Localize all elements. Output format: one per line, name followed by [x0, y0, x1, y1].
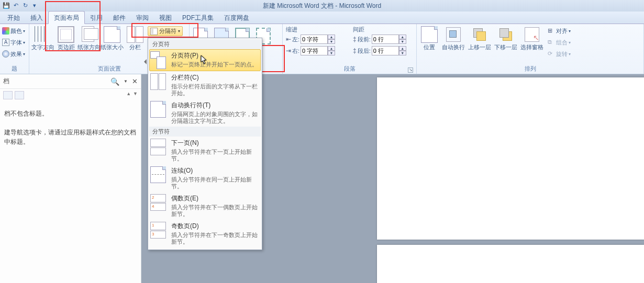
undo-icon[interactable]: ↶	[12, 1, 20, 9]
odd-page-break-icon: 13	[150, 222, 168, 240]
dd-section-page-breaks: 分页符	[149, 39, 261, 49]
text-direction-button[interactable]: 文字方向	[31, 25, 54, 52]
dd-item-title: 自动换行符(T)	[171, 101, 260, 110]
spin-down-icon[interactable]: ▼	[399, 51, 406, 55]
nav-message-2: 建导航选项卡，请通过应用标题样式在您的文档中标题。	[0, 126, 141, 154]
orientation-button[interactable]: 纸张方向	[77, 25, 101, 52]
tab-view[interactable]: 视图	[154, 12, 177, 24]
selection-pane-button[interactable]: ↖选择窗格	[519, 25, 545, 52]
columns-label: 分栏	[129, 44, 141, 51]
dd-item-odd-page[interactable]: 13 奇数页(D)插入分节符并在下一奇数页上开始新节。	[149, 220, 261, 247]
spin-up-icon[interactable]: ▲	[399, 35, 406, 39]
spacing-header: 间距	[353, 26, 364, 33]
nav-tabs: ▲ ▼	[0, 89, 141, 101]
theme-effects-label: 效果	[10, 50, 22, 58]
nav-down-icon[interactable]: ▼	[133, 91, 138, 99]
close-icon[interactable]: ✕	[132, 77, 138, 85]
breaks-button[interactable]: 分隔符 ▾	[148, 26, 183, 36]
page-break-icon	[150, 51, 168, 69]
rotate-button[interactable]: ⟳旋转▾	[548, 48, 571, 60]
spacing-before-input[interactable]	[372, 35, 399, 44]
tab-reference[interactable]: 引用	[85, 12, 108, 24]
nav-up-icon[interactable]: ▲	[126, 91, 131, 99]
indent-header: 缩进	[286, 26, 297, 33]
spacing-before-label: 段前:	[358, 36, 371, 43]
theme-effects-button[interactable]: 效果▾	[2, 48, 25, 60]
dd-item-next-page[interactable]: 下一页(N)插入分节符并在下一页上开始新节。	[149, 137, 261, 164]
redo-icon[interactable]: ↻	[21, 1, 29, 9]
tab-review[interactable]: 审阅	[131, 12, 154, 24]
group-arrange: 位置 自动换行 上移一层 下移一层 ↖选择窗格 ⊞对齐▾ ⧉组合▾ ⟳旋转▾ 排…	[417, 24, 644, 74]
spacing-after-input[interactable]	[372, 46, 399, 55]
chevron-down-icon: ▾	[178, 29, 180, 33]
group-button[interactable]: ⧉组合▾	[548, 37, 571, 48]
ribbon-tabs: 开始 插入 页面布局 引用 邮件 审阅 视图 PDF工具集 百度网盘	[0, 12, 644, 24]
tab-mail[interactable]: 邮件	[108, 12, 131, 24]
nav-tab-pages[interactable]	[15, 91, 24, 99]
selection-pane-label: 选择窗格	[520, 44, 543, 51]
position-button[interactable]: 位置	[419, 25, 440, 52]
spin-down-icon[interactable]: ▼	[399, 39, 406, 44]
indent-right-input[interactable]	[301, 46, 328, 55]
tab-baidu[interactable]: 百度网盘	[219, 12, 254, 24]
wrap-text-icon	[445, 26, 462, 43]
dd-item-desc: 分隔网页上的对象周围的文字，如分隔题注文字与正文。	[171, 111, 260, 124]
dd-item-even-page[interactable]: 24 偶数页(E)插入分节符并在下一偶数页上开始新节。	[149, 192, 261, 220]
spin-up-icon[interactable]: ▲	[328, 46, 335, 51]
size-button[interactable]: 纸张大小	[101, 25, 124, 52]
margins-button[interactable]: 页边距	[54, 25, 77, 52]
tab-pdf[interactable]: PDF工具集	[177, 12, 219, 24]
spacing-after-icon: ‡	[353, 47, 357, 54]
spin-up-icon[interactable]: ▲	[399, 46, 406, 51]
bring-forward-icon	[471, 26, 488, 43]
spin-up-icon[interactable]: ▲	[328, 35, 335, 39]
group-paragraph-label: 段落↘	[285, 65, 414, 74]
dd-item-desc: 插入分节符并在同一页上开始新节。	[171, 176, 260, 190]
size-label: 纸张大小	[101, 44, 124, 51]
dd-item-title: 连续(O)	[171, 166, 260, 175]
nav-tab-headings[interactable]	[3, 91, 13, 99]
indent-left-input[interactable]	[301, 35, 328, 44]
size-icon	[104, 26, 120, 43]
tab-start[interactable]: 开始	[2, 12, 25, 24]
nav-search-placeholder: 档	[3, 77, 9, 86]
page-1[interactable]	[377, 77, 644, 240]
align-button[interactable]: ⊞对齐▾	[548, 25, 571, 37]
tab-page-layout[interactable]: 页面布局	[48, 11, 85, 24]
spin-down-icon[interactable]: ▼	[328, 51, 335, 55]
page-2[interactable]	[377, 245, 644, 283]
theme-colors-button[interactable]: 颜色▾	[2, 25, 25, 37]
bring-forward-button[interactable]: 上移一层	[467, 25, 492, 52]
dd-item-desc: 指示分栏符后面的文字将从下一栏开始。	[171, 83, 260, 97]
group-arrange-label: 排列	[419, 65, 641, 74]
breaks-dropdown: 分页符 分页符(P)标记一页终止并开始下一页的点。 分栏符(C)指示分栏符后面的…	[148, 38, 262, 250]
bring-forward-label: 上移一层	[468, 44, 491, 51]
dd-item-title: 奇数页(D)	[171, 222, 260, 231]
columns-button[interactable]: 分栏	[124, 25, 147, 52]
theme-fonts-button[interactable]: A字体▾	[2, 37, 25, 48]
group-obj-label: 组合	[556, 39, 568, 47]
spin-down-icon[interactable]: ▼	[328, 39, 335, 44]
even-page-break-icon: 24	[150, 194, 168, 212]
theme-colors-label: 颜色	[10, 27, 22, 35]
qat-dropdown-icon[interactable]: ▾	[30, 1, 39, 9]
group-themes: 颜色▾ A字体▾ 效果▾ 题	[0, 24, 29, 74]
dd-item-column-break[interactable]: 分栏符(C)指示分栏符后面的文字将从下一栏开始。	[149, 71, 261, 99]
dd-item-page-break[interactable]: 分页符(P)标记一页终止并开始下一页的点。	[149, 49, 261, 71]
continuous-break-icon	[150, 166, 168, 184]
dd-item-text-wrap-break[interactable]: 自动换行符(T)分隔网页上的对象周围的文字，如分隔题注文字与正文。	[149, 99, 261, 127]
ribbon: 颜色▾ A字体▾ 效果▾ 题 文字方向 页边距 纸张方向 纸张大小	[0, 24, 644, 74]
save-icon[interactable]: 💾	[2, 1, 10, 9]
spacing-before-icon: ‡	[353, 36, 357, 43]
position-label: 位置	[424, 44, 435, 51]
dd-item-continuous[interactable]: 连续(O)插入分节符并在同一页上开始新节。	[149, 164, 261, 192]
next-page-break-icon	[150, 139, 168, 156]
nav-dropdown-icon[interactable]: ▼	[124, 79, 128, 84]
wrap-text-button[interactable]: 自动换行	[441, 25, 466, 52]
group-paragraph: 缩进 ⇤ 左: ▲▼ ⇥ 右: ▲▼ 间距 ‡	[283, 24, 417, 74]
paragraph-dialog-launcher[interactable]: ↘	[408, 67, 413, 73]
search-icon[interactable]: 🔍	[110, 77, 119, 86]
tab-insert[interactable]: 插入	[25, 12, 48, 24]
indent-left-label: 左:	[292, 36, 299, 43]
send-backward-button[interactable]: 下移一层	[493, 25, 518, 52]
